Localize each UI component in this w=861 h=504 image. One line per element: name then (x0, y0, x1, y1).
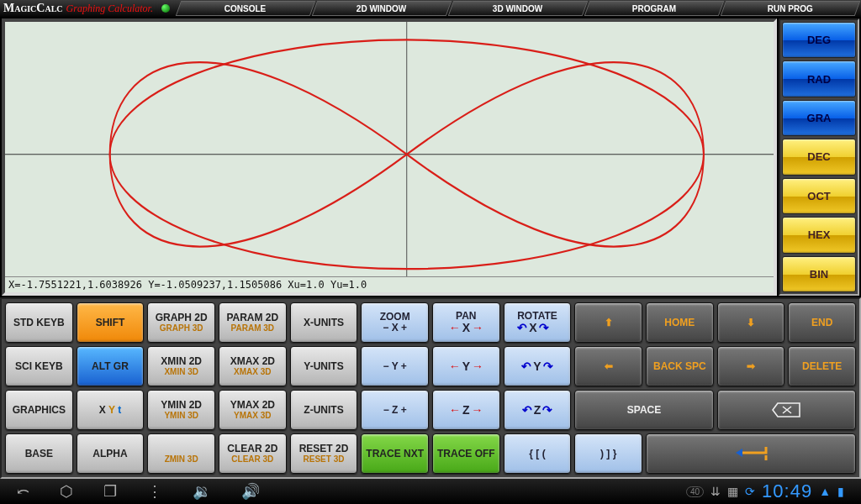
space-button[interactable]: SPACE (574, 390, 713, 430)
reset2d-button[interactable]: RESET 2DRESET 3D (290, 433, 358, 474)
zoom-x-button[interactable]: ZOOM− X + (361, 302, 429, 343)
rad-button[interactable]: RAD (782, 60, 856, 97)
zmin3d-button[interactable]: ZMIN 3D (147, 433, 215, 474)
home-button[interactable]: HOME (646, 302, 714, 343)
trace-nxt-button[interactable]: TRACE NXT (361, 433, 429, 474)
battery-icon: ▮ (837, 485, 844, 498)
plot-svg (5, 22, 774, 276)
z-units-button[interactable]: Z-UNITS (290, 390, 358, 430)
download-icon: ⇊ (710, 485, 721, 498)
zoom-y-button[interactable]: − Y + (361, 346, 429, 386)
home-icon[interactable]: ⬡ (60, 482, 73, 501)
dec-button[interactable]: DEC (782, 139, 856, 175)
menu-icon[interactable]: ⋮ (147, 482, 162, 501)
back-icon[interactable]: ⤺ (17, 482, 29, 501)
end-button[interactable]: END (788, 302, 856, 343)
xmin2d-button[interactable]: XMIN 2DXMIN 3D (147, 346, 215, 386)
tab-console[interactable]: CONSOLE (176, 1, 316, 16)
status-led-icon (161, 4, 170, 13)
xyt-button[interactable]: X Y t (77, 390, 145, 430)
android-nav-bar: ⤺ ⬡ ❐ ⋮ 🔉 🔊 40 ⇊ ▦ ⟳ 10:49 ▲ ▮ (0, 479, 861, 504)
backspc-button[interactable]: BACK SPC (646, 346, 714, 386)
clock: 10:49 (762, 480, 812, 502)
tab-3d-window[interactable]: 3D WINDOW (448, 1, 589, 16)
bin-button[interactable]: BIN (782, 256, 856, 292)
brackets-close-button[interactable]: ) ] } (574, 433, 642, 474)
recents-icon[interactable]: ❐ (103, 482, 117, 501)
side-panel: DEG RAD GRA DEC OCT HEX BIN (779, 18, 859, 296)
down-arrow-button[interactable]: ⬇ (717, 302, 785, 343)
backspace-icon-button[interactable] (717, 390, 856, 430)
y-units-button[interactable]: Y-UNITS (290, 346, 358, 386)
brackets-open-button[interactable]: { [ ( (504, 433, 572, 474)
graph2d-button[interactable]: GRAPH 2DGRAPH 3D (147, 302, 215, 343)
hex-button[interactable]: HEX (782, 217, 856, 253)
deg-button[interactable]: DEG (782, 22, 856, 58)
vol-down-icon[interactable]: 🔉 (193, 482, 211, 501)
enter-icon (732, 445, 769, 462)
app-subtitle: Graphing Calculator. (66, 3, 153, 15)
app-name: MagicCalc (3, 2, 63, 15)
alpha-button[interactable]: ALPHA (77, 433, 145, 474)
rotate-x-button[interactable]: ROTATE↶ X ↷ (504, 302, 572, 343)
delete-button[interactable]: DELETE (788, 346, 856, 386)
rotate-z-button[interactable]: ↶ Z ↷ (504, 390, 572, 430)
left-arrow-button[interactable]: ⬅ (574, 346, 642, 386)
pan-z-button[interactable]: ← Z → (432, 390, 500, 430)
vol-up-icon[interactable]: 🔊 (241, 482, 260, 501)
tab-program[interactable]: PROGRAM (584, 1, 725, 16)
param2d-button[interactable]: PARAM 2DPARAM 3D (219, 302, 287, 343)
oct-button[interactable]: OCT (782, 178, 856, 214)
pan-x-button[interactable]: PAN← X → (432, 302, 500, 343)
clear2d-button[interactable]: CLEAR 2DCLEAR 3D (219, 433, 287, 474)
zoom-z-button[interactable]: − Z + (361, 390, 429, 430)
tab-run-prog[interactable]: RUN PROG (721, 1, 861, 16)
titlebar: MagicCalc Graphing Calculator. CONSOLE 2… (0, 0, 861, 17)
altgr-button[interactable]: ALT GR (77, 346, 145, 386)
wifi-icon: ▲ (819, 485, 831, 498)
base-button[interactable]: BASE (5, 433, 73, 474)
ymax2d-button[interactable]: YMAX 2DYMAX 3D (219, 390, 287, 430)
apps-icon: ▦ (727, 485, 738, 498)
gra-button[interactable]: GRA (782, 100, 856, 136)
ymin2d-button[interactable]: YMIN 2DYMIN 3D (147, 390, 215, 430)
backspace-icon (771, 402, 801, 418)
sync-icon: ⟳ (745, 485, 755, 498)
right-arrow-button[interactable]: ➡ (717, 346, 785, 386)
graphics-button[interactable]: GRAPHICS (5, 390, 73, 430)
trace-off-button[interactable]: TRACE OFF (432, 433, 500, 474)
keyboard: STD KEYB SHIFT GRAPH 2DGRAPH 3D PARAM 2D… (0, 297, 861, 479)
plot-coordinates: X=-1.7551221,1.6038926 Y=-1.0509237,1.15… (5, 276, 774, 292)
xmax2d-button[interactable]: XMAX 2DXMAX 3D (219, 346, 287, 386)
std-keyb-button[interactable]: STD KEYB (5, 302, 73, 343)
enter-button[interactable] (646, 433, 856, 474)
x-units-button[interactable]: X-UNITS (290, 302, 358, 343)
up-arrow-button[interactable]: ⬆ (574, 302, 642, 343)
plot-area[interactable] (5, 22, 774, 276)
shift-button[interactable]: SHIFT (77, 302, 145, 343)
sci-keyb-button[interactable]: SCI KEYB (5, 346, 73, 386)
rotate-y-button[interactable]: ↶ Y ↷ (504, 346, 572, 386)
plot-panel[interactable]: X=-1.7551221,1.6038926 Y=-1.0509237,1.15… (2, 18, 777, 296)
page-indicator: 40 (686, 486, 704, 497)
pan-y-button[interactable]: ← Y → (432, 346, 500, 386)
tab-row: CONSOLE 2D WINDOW 3D WINDOW PROGRAM RUN … (178, 1, 858, 16)
tab-2d-window[interactable]: 2D WINDOW (312, 1, 452, 16)
